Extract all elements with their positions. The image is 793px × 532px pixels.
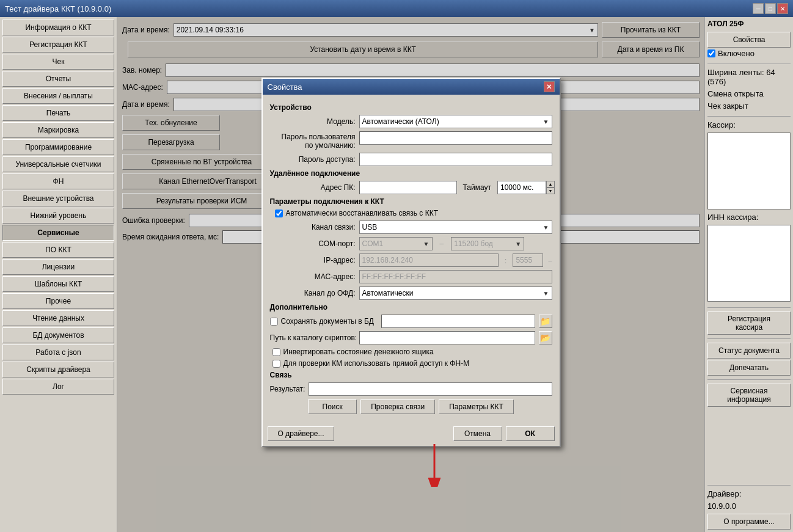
ip-address-label: IP-адрес: (270, 256, 356, 264)
shift-open-label: Смена открыта (707, 89, 764, 98)
sidebar-item-lowlevel[interactable]: Нижний уровень (2, 208, 114, 224)
user-password-input[interactable] (359, 131, 552, 145)
cashier-input[interactable] (707, 133, 791, 210)
close-btn[interactable]: ✕ (777, 3, 788, 14)
sidebar-item-reports[interactable]: Отчеты (2, 71, 114, 87)
arrow-indicator (416, 444, 453, 487)
cashier-label-row: Кассир: (707, 120, 791, 129)
cashier-label: Кассир: (707, 120, 736, 129)
sidebar-item-software[interactable]: ПО ККТ (2, 242, 114, 258)
sidebar-item-other[interactable]: Прочее (2, 293, 114, 309)
dialog-title-bar: Свойства ✕ (263, 79, 560, 95)
sidebar-item-devices[interactable]: Внешние устройства (2, 191, 114, 206)
save-docs-label: Сохранять документы в БД (281, 317, 374, 326)
result-input[interactable] (309, 382, 552, 396)
driver-label: Драйвер: (707, 489, 741, 498)
minimize-btn[interactable]: ─ (753, 3, 764, 14)
model-label: Модель: (270, 117, 356, 126)
spacer (707, 408, 791, 481)
check-connection-btn[interactable]: Проверка связи (360, 399, 435, 414)
doc-status-label: Чек закрыт (707, 101, 748, 111)
invert-cash-checkbox[interactable] (272, 348, 280, 356)
reg-cashier-btn[interactable]: Регистрация кассира (707, 312, 791, 335)
cancel-btn[interactable]: Отмена (453, 426, 502, 441)
mac-address-input (359, 270, 552, 283)
dialog-close-btn[interactable]: ✕ (544, 81, 555, 92)
driver-version-row: 10.9.0.0 (707, 501, 791, 511)
pc-address-input[interactable] (359, 181, 457, 194)
center-content: Дата и время: 2021.09.14 09:33:16 ▼ Проч… (117, 17, 704, 532)
comm-section-label: Связь (270, 371, 552, 379)
properties-btn[interactable]: Свойства (707, 32, 791, 48)
sidebar-item-registration[interactable]: Регистрация ККТ (2, 37, 114, 53)
sidebar-item-print[interactable]: Печать (2, 105, 114, 121)
model-combo[interactable]: Автоматически (АТОЛ) ▼ (359, 115, 552, 128)
restore-btn[interactable]: □ (765, 3, 776, 14)
ofd-channel-combo-arrow: ▼ (543, 290, 549, 297)
device-info: АТОЛ 25Ф (707, 20, 791, 31)
folder2-icon: 📂 (540, 333, 550, 343)
sidebar-item-fn[interactable]: ФН (2, 173, 114, 189)
save-docs-path-input[interactable] (381, 315, 535, 328)
ip-address-input (359, 253, 499, 267)
sidebar-item-templates[interactable]: Шаблоны ККТ (2, 276, 114, 292)
sidebar-item-programming[interactable]: Программирование (2, 139, 114, 155)
com-port-combo-arrow: ▼ (423, 241, 429, 247)
timeout-label: Таймаут (463, 183, 491, 192)
additional-section-label: Дополнительно (270, 303, 552, 312)
sidebar: Информация о ККТ Регистрация ККТ Чек Отч… (0, 17, 117, 532)
channel-combo[interactable]: USB ▼ (359, 220, 552, 234)
search-btn[interactable]: Поиск (308, 399, 357, 414)
sidebar-item-deposits[interactable]: Внесения / выплаты (2, 88, 114, 104)
user-password-label: Пароль пользователяпо умолчанию: (270, 131, 356, 150)
sidebar-item-log[interactable]: Лог (2, 379, 114, 395)
enabled-checkbox[interactable] (707, 49, 715, 57)
shift-open-row: Смена открыта (707, 89, 791, 98)
sidebar-item-counters[interactable]: Универсальные счетчики (2, 156, 114, 172)
inn-label: ИНН кассира: (707, 213, 758, 222)
sidebar-item-service[interactable]: Сервисные (2, 225, 114, 241)
fnm-access-label: Для проверки КМ использовать прямой дост… (283, 359, 470, 368)
sidebar-item-licenses[interactable]: Лицензии (2, 259, 114, 275)
device-name: АТОЛ 25Ф (707, 20, 791, 28)
timeout-input[interactable] (497, 181, 546, 194)
status-doc-btn[interactable]: Статус документа (707, 343, 791, 359)
sidebar-item-docdb[interactable]: БД документов (2, 327, 114, 343)
sidebar-item-readdata[interactable]: Чтение данных (2, 310, 114, 326)
ofd-channel-combo[interactable]: Автоматически ▼ (359, 286, 552, 300)
print-btn[interactable]: Допечатать (707, 360, 791, 376)
right-panel: АТОЛ 25Ф Свойства Включено Ширина ленты:… (704, 17, 793, 532)
com-port-combo: COM1 ▼ (359, 237, 433, 250)
tape-width-row: Ширина ленты: 64 (576) (707, 68, 791, 86)
save-docs-checkbox[interactable] (270, 318, 278, 326)
scripts-browse-btn[interactable]: 📂 (539, 331, 552, 344)
access-password-input[interactable] (359, 153, 552, 166)
model-combo-arrow: ▼ (543, 118, 549, 125)
sidebar-item-check[interactable]: Чек (2, 54, 114, 70)
tape-width-label: Ширина ленты: (707, 68, 764, 77)
scripts-path-label: Путь к каталогу скриптов: (270, 333, 356, 342)
folder-icon: 📁 (540, 316, 550, 326)
inn-input[interactable] (707, 225, 791, 302)
right-divider-2 (707, 116, 791, 117)
scripts-path-input[interactable] (359, 331, 535, 344)
sidebar-item-scripts[interactable]: Скрипты драйвера (2, 362, 114, 377)
service-info-btn[interactable]: Сервисная информация (707, 384, 791, 407)
about-driver-btn[interactable]: О драйвере... (268, 426, 335, 441)
about-btn[interactable]: О программе... (707, 514, 791, 530)
timeout-down-arrow[interactable]: ▼ (546, 188, 555, 194)
access-password-label: Пароль доступа: (270, 155, 356, 164)
dialog-title: Свойства (268, 82, 302, 92)
baud-combo-arrow: ▼ (515, 241, 521, 247)
kkt-params-btn[interactable]: Параметры ККТ (439, 399, 514, 414)
fnm-access-checkbox[interactable] (272, 360, 280, 368)
ok-btn[interactable]: ОК (506, 426, 555, 441)
timeout-up-arrow[interactable]: ▲ (546, 181, 555, 188)
remote-section-label: Удалённое подключение (270, 169, 552, 178)
port-input (513, 253, 543, 267)
sidebar-item-info[interactable]: Информация о ККТ (2, 20, 114, 35)
sidebar-item-marking[interactable]: Маркировка (2, 122, 114, 138)
auto-restore-checkbox[interactable] (275, 210, 283, 217)
save-docs-browse-btn[interactable]: 📁 (539, 315, 552, 328)
sidebar-item-json[interactable]: Работа с json (2, 344, 114, 360)
